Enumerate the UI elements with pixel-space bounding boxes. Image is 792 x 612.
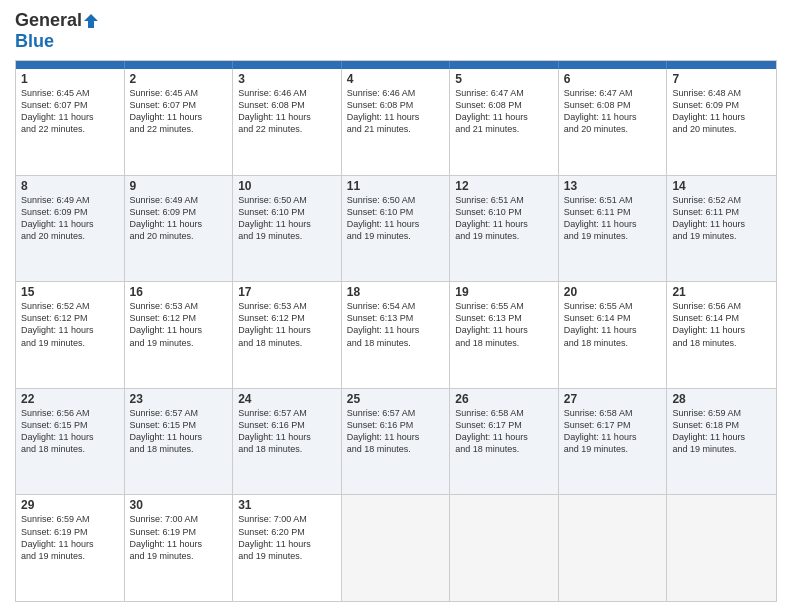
day-header-fri xyxy=(559,61,668,69)
cal-cell: 27Sunrise: 6:58 AMSunset: 6:17 PMDayligh… xyxy=(559,389,668,495)
day-number: 10 xyxy=(238,179,336,193)
day-info: Sunrise: 6:45 AMSunset: 6:07 PMDaylight:… xyxy=(130,87,228,136)
cal-cell: 23Sunrise: 6:57 AMSunset: 6:15 PMDayligh… xyxy=(125,389,234,495)
cal-cell: 7Sunrise: 6:48 AMSunset: 6:09 PMDaylight… xyxy=(667,69,776,175)
day-info: Sunrise: 6:56 AMSunset: 6:15 PMDaylight:… xyxy=(21,407,119,456)
day-info: Sunrise: 6:57 AMSunset: 6:16 PMDaylight:… xyxy=(347,407,445,456)
logo-text: General xyxy=(15,10,100,31)
logo-blue: Blue xyxy=(15,31,54,52)
day-number: 17 xyxy=(238,285,336,299)
cal-cell: 20Sunrise: 6:55 AMSunset: 6:14 PMDayligh… xyxy=(559,282,668,388)
day-number: 16 xyxy=(130,285,228,299)
day-info: Sunrise: 6:50 AMSunset: 6:10 PMDaylight:… xyxy=(347,194,445,243)
day-info: Sunrise: 6:53 AMSunset: 6:12 PMDaylight:… xyxy=(130,300,228,349)
day-number: 27 xyxy=(564,392,662,406)
day-info: Sunrise: 6:46 AMSunset: 6:08 PMDaylight:… xyxy=(347,87,445,136)
day-info: Sunrise: 6:47 AMSunset: 6:08 PMDaylight:… xyxy=(455,87,553,136)
cal-cell xyxy=(342,495,451,601)
day-info: Sunrise: 7:00 AMSunset: 6:19 PMDaylight:… xyxy=(130,513,228,562)
cal-cell: 2Sunrise: 6:45 AMSunset: 6:07 PMDaylight… xyxy=(125,69,234,175)
day-number: 21 xyxy=(672,285,771,299)
logo-general: General xyxy=(15,10,82,31)
cal-cell: 25Sunrise: 6:57 AMSunset: 6:16 PMDayligh… xyxy=(342,389,451,495)
day-header-tue xyxy=(233,61,342,69)
day-number: 5 xyxy=(455,72,553,86)
day-header-wed xyxy=(342,61,451,69)
cal-cell: 19Sunrise: 6:55 AMSunset: 6:13 PMDayligh… xyxy=(450,282,559,388)
day-number: 6 xyxy=(564,72,662,86)
day-number: 20 xyxy=(564,285,662,299)
calendar-row: 29Sunrise: 6:59 AMSunset: 6:19 PMDayligh… xyxy=(16,494,776,601)
day-number: 23 xyxy=(130,392,228,406)
day-number: 29 xyxy=(21,498,119,512)
day-info: Sunrise: 6:52 AMSunset: 6:12 PMDaylight:… xyxy=(21,300,119,349)
calendar-header xyxy=(16,61,776,69)
header: General Blue xyxy=(15,10,777,52)
day-info: Sunrise: 6:58 AMSunset: 6:17 PMDaylight:… xyxy=(564,407,662,456)
day-number: 2 xyxy=(130,72,228,86)
day-number: 24 xyxy=(238,392,336,406)
day-number: 19 xyxy=(455,285,553,299)
day-info: Sunrise: 6:55 AMSunset: 6:13 PMDaylight:… xyxy=(455,300,553,349)
day-number: 7 xyxy=(672,72,771,86)
day-number: 11 xyxy=(347,179,445,193)
calendar: 1Sunrise: 6:45 AMSunset: 6:07 PMDaylight… xyxy=(15,60,777,602)
day-header-mon xyxy=(125,61,234,69)
day-info: Sunrise: 6:51 AMSunset: 6:10 PMDaylight:… xyxy=(455,194,553,243)
calendar-row: 1Sunrise: 6:45 AMSunset: 6:07 PMDaylight… xyxy=(16,69,776,175)
logo-bird-icon xyxy=(83,13,99,29)
cal-cell: 14Sunrise: 6:52 AMSunset: 6:11 PMDayligh… xyxy=(667,176,776,282)
day-info: Sunrise: 7:00 AMSunset: 6:20 PMDaylight:… xyxy=(238,513,336,562)
cal-cell: 5Sunrise: 6:47 AMSunset: 6:08 PMDaylight… xyxy=(450,69,559,175)
day-info: Sunrise: 6:58 AMSunset: 6:17 PMDaylight:… xyxy=(455,407,553,456)
day-info: Sunrise: 6:57 AMSunset: 6:15 PMDaylight:… xyxy=(130,407,228,456)
day-info: Sunrise: 6:52 AMSunset: 6:11 PMDaylight:… xyxy=(672,194,771,243)
cal-cell: 4Sunrise: 6:46 AMSunset: 6:08 PMDaylight… xyxy=(342,69,451,175)
day-info: Sunrise: 6:47 AMSunset: 6:08 PMDaylight:… xyxy=(564,87,662,136)
cal-cell: 8Sunrise: 6:49 AMSunset: 6:09 PMDaylight… xyxy=(16,176,125,282)
cal-cell xyxy=(559,495,668,601)
calendar-body: 1Sunrise: 6:45 AMSunset: 6:07 PMDaylight… xyxy=(16,69,776,601)
day-number: 15 xyxy=(21,285,119,299)
day-number: 12 xyxy=(455,179,553,193)
day-info: Sunrise: 6:50 AMSunset: 6:10 PMDaylight:… xyxy=(238,194,336,243)
day-number: 31 xyxy=(238,498,336,512)
cal-cell: 3Sunrise: 6:46 AMSunset: 6:08 PMDaylight… xyxy=(233,69,342,175)
cal-cell: 12Sunrise: 6:51 AMSunset: 6:10 PMDayligh… xyxy=(450,176,559,282)
calendar-row: 15Sunrise: 6:52 AMSunset: 6:12 PMDayligh… xyxy=(16,281,776,388)
calendar-row: 22Sunrise: 6:56 AMSunset: 6:15 PMDayligh… xyxy=(16,388,776,495)
day-info: Sunrise: 6:45 AMSunset: 6:07 PMDaylight:… xyxy=(21,87,119,136)
day-header-thu xyxy=(450,61,559,69)
day-number: 1 xyxy=(21,72,119,86)
day-number: 26 xyxy=(455,392,553,406)
day-header-sun xyxy=(16,61,125,69)
day-info: Sunrise: 6:59 AMSunset: 6:19 PMDaylight:… xyxy=(21,513,119,562)
svg-marker-0 xyxy=(84,14,98,28)
day-info: Sunrise: 6:53 AMSunset: 6:12 PMDaylight:… xyxy=(238,300,336,349)
day-number: 9 xyxy=(130,179,228,193)
cal-cell: 31Sunrise: 7:00 AMSunset: 6:20 PMDayligh… xyxy=(233,495,342,601)
cal-cell: 29Sunrise: 6:59 AMSunset: 6:19 PMDayligh… xyxy=(16,495,125,601)
cal-cell: 26Sunrise: 6:58 AMSunset: 6:17 PMDayligh… xyxy=(450,389,559,495)
calendar-row: 8Sunrise: 6:49 AMSunset: 6:09 PMDaylight… xyxy=(16,175,776,282)
cal-cell: 1Sunrise: 6:45 AMSunset: 6:07 PMDaylight… xyxy=(16,69,125,175)
cal-cell: 28Sunrise: 6:59 AMSunset: 6:18 PMDayligh… xyxy=(667,389,776,495)
day-info: Sunrise: 6:48 AMSunset: 6:09 PMDaylight:… xyxy=(672,87,771,136)
day-number: 18 xyxy=(347,285,445,299)
day-info: Sunrise: 6:46 AMSunset: 6:08 PMDaylight:… xyxy=(238,87,336,136)
day-info: Sunrise: 6:59 AMSunset: 6:18 PMDaylight:… xyxy=(672,407,771,456)
cal-cell: 6Sunrise: 6:47 AMSunset: 6:08 PMDaylight… xyxy=(559,69,668,175)
cal-cell: 21Sunrise: 6:56 AMSunset: 6:14 PMDayligh… xyxy=(667,282,776,388)
cal-cell: 11Sunrise: 6:50 AMSunset: 6:10 PMDayligh… xyxy=(342,176,451,282)
day-number: 14 xyxy=(672,179,771,193)
cal-cell: 24Sunrise: 6:57 AMSunset: 6:16 PMDayligh… xyxy=(233,389,342,495)
day-number: 28 xyxy=(672,392,771,406)
cal-cell: 22Sunrise: 6:56 AMSunset: 6:15 PMDayligh… xyxy=(16,389,125,495)
cal-cell: 10Sunrise: 6:50 AMSunset: 6:10 PMDayligh… xyxy=(233,176,342,282)
day-info: Sunrise: 6:51 AMSunset: 6:11 PMDaylight:… xyxy=(564,194,662,243)
day-info: Sunrise: 6:54 AMSunset: 6:13 PMDaylight:… xyxy=(347,300,445,349)
cal-cell xyxy=(450,495,559,601)
cal-cell: 13Sunrise: 6:51 AMSunset: 6:11 PMDayligh… xyxy=(559,176,668,282)
cal-cell: 15Sunrise: 6:52 AMSunset: 6:12 PMDayligh… xyxy=(16,282,125,388)
cal-cell: 16Sunrise: 6:53 AMSunset: 6:12 PMDayligh… xyxy=(125,282,234,388)
